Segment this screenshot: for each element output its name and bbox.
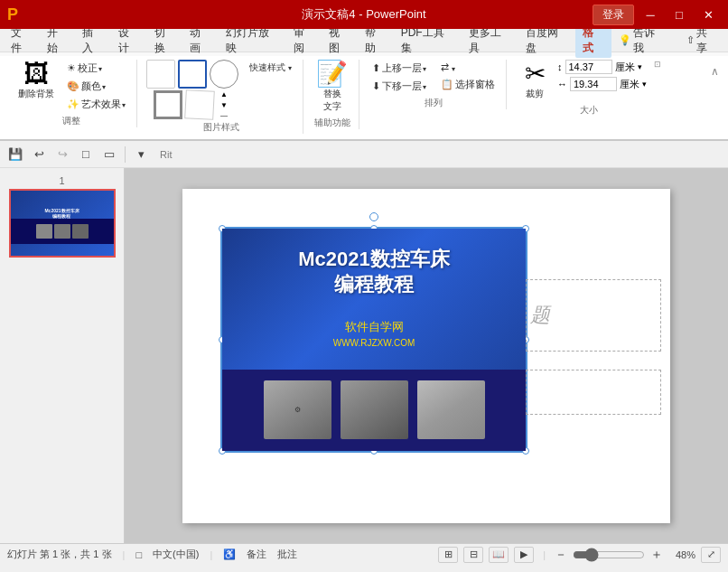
- window-title: 演示文稿4 - PowerPoint: [302, 6, 425, 23]
- width-unit-label: 厘米: [620, 78, 639, 91]
- rotate-handle[interactable]: [369, 212, 378, 221]
- ribbon-group-picture-style: ▲ ▼ — 快速样式▾ 图片样式: [139, 60, 303, 134]
- remove-bg-icon: 🖼: [23, 61, 49, 87]
- redo-button[interactable]: ↪: [52, 145, 72, 164]
- art-effect-label: 艺术效果▾: [81, 98, 126, 111]
- status-left: 幻灯片 第 1 张，共 1 张 | □ 中文(中国) | ♿ 备注 批注: [7, 548, 297, 561]
- style-preset-5[interactable]: [184, 89, 215, 120]
- picture-style-group-label: 图片样式: [203, 121, 239, 134]
- size-expand-group: ⊡: [654, 60, 661, 69]
- status-separator-1: |: [123, 549, 126, 560]
- thumb-bottom: [11, 219, 114, 244]
- title-text-box[interactable]: 题: [526, 279, 661, 352]
- color-icon: 🎨: [67, 80, 79, 92]
- ribbon-group-size: ✂ 裁剪 ↕ 厘米▾ ↔ 厘米▾ ⊡: [509, 60, 668, 117]
- normal-view-button[interactable]: ⊞: [438, 547, 458, 563]
- close-button[interactable]: ✕: [695, 5, 721, 24]
- zoom-slider[interactable]: [573, 549, 645, 560]
- style-preset-4[interactable]: [154, 90, 182, 119]
- slide-sorter-button[interactable]: ⊟: [463, 547, 483, 563]
- align-button[interactable]: ⇄ ▾: [437, 60, 499, 75]
- language: 中文(中国): [153, 548, 199, 561]
- replace-text-button[interactable]: 📝 替换文字: [313, 60, 351, 115]
- adjust-group-label: 调整: [62, 115, 80, 127]
- width-unit-arrow[interactable]: ▾: [642, 80, 647, 89]
- down-layer-button[interactable]: ⬇ 下移一层▾: [369, 78, 430, 95]
- quick-style-button[interactable]: 快速样式▾: [246, 60, 295, 76]
- ribbon-group-adjust-content: 🖼 删除背景 ☀ 校正▾ 🎨 颜色▾ ✨ 艺术效果▾: [13, 60, 129, 113]
- fit-window-button[interactable]: ⤢: [701, 547, 721, 563]
- thumb-machine-1: [36, 224, 52, 239]
- select-pane-icon: 📋: [441, 79, 453, 90]
- slide-info: 幻灯片 第 1 张，共 1 张: [7, 548, 112, 561]
- comments-button[interactable]: 批注: [277, 548, 297, 561]
- width-icon: ↔: [557, 79, 567, 89]
- art-effect-button[interactable]: ✨ 艺术效果▾: [63, 96, 129, 113]
- width-input[interactable]: [570, 77, 617, 91]
- preview-button[interactable]: ▭: [99, 145, 119, 164]
- height-input[interactable]: [565, 60, 612, 74]
- correct-icon: ☀: [67, 62, 76, 74]
- status-right: ⊞ ⊟ 📖 ▶ | － ＋ 48% ⤢: [438, 547, 721, 563]
- menu-bar: 文件 开始 插入 设计 切换 动画 幻灯片放映 审阅 视图 帮助 PDF工具集 …: [0, 29, 728, 52]
- image-title: Mc2021数控车床编程教程: [222, 229, 526, 303]
- align-icon: ⇄: [441, 61, 449, 73]
- subtitle-text-box[interactable]: [526, 370, 661, 415]
- crop-button[interactable]: ✂ 裁剪: [516, 60, 554, 102]
- notes-button[interactable]: 备注: [247, 548, 266, 561]
- slide-number-1: 1: [4, 175, 120, 186]
- slide-canvas[interactable]: Mc2021数控车床编程教程 软件自学网WWW.RJZXW.COM ⚙ 题: [182, 189, 670, 523]
- color-label: 颜色▾: [81, 80, 106, 93]
- login-button[interactable]: 登录: [593, 5, 634, 25]
- style-preset-2[interactable]: [178, 60, 207, 89]
- arrange-content: ⬆ 上移一层▾ ⬇ 下移一层▾ ⇄ ▾: [369, 60, 499, 95]
- align-label: ▾: [451, 62, 455, 73]
- select-pane-button[interactable]: 📋 选择窗格: [437, 76, 499, 93]
- slideshow-button[interactable]: ▶: [514, 547, 534, 563]
- ribbon-content: 🖼 删除背景 ☀ 校正▾ 🎨 颜色▾ ✨ 艺术效果▾: [0, 56, 728, 139]
- selected-image[interactable]: Mc2021数控车床编程教程 软件自学网WWW.RJZXW.COM ⚙: [220, 227, 527, 453]
- correct-button[interactable]: ☀ 校正▾: [63, 60, 129, 77]
- collapse-ribbon-button[interactable]: ∧: [707, 63, 723, 80]
- size-expand-icon[interactable]: ⊡: [654, 60, 661, 69]
- height-unit-arrow[interactable]: ▾: [638, 62, 642, 71]
- height-unit-label: 厘米: [615, 61, 635, 74]
- arrange-group-label: 排列: [425, 97, 443, 109]
- art-effect-icon: ✨: [67, 98, 79, 110]
- zoom-out-button[interactable]: －: [555, 547, 567, 563]
- style-presets: ▲ ▼ —: [146, 60, 238, 119]
- qat-more-button[interactable]: ▾: [131, 145, 151, 164]
- color-button[interactable]: 🎨 颜色▾: [63, 78, 129, 95]
- style-presets-row1: [146, 60, 238, 89]
- style-preset-3[interactable]: [210, 60, 238, 89]
- style-preset-1[interactable]: [146, 60, 175, 89]
- up-layer-icon: ⬆: [372, 62, 380, 74]
- ribbon-group-assist: 📝 替换文字 辅助功能: [305, 60, 359, 129]
- ribbon-collapse: ∧: [707, 60, 723, 80]
- image-bottom: ⚙: [222, 370, 526, 451]
- crop-label: 裁剪: [526, 88, 544, 100]
- thumb-title-text: Mc2021数控车床编程教程: [41, 202, 82, 219]
- slide-thumbnail-1[interactable]: Mc2021数控车床编程教程: [9, 189, 116, 258]
- minimize-button[interactable]: ─: [638, 5, 663, 24]
- zoom-level[interactable]: 48%: [668, 549, 695, 560]
- quick-style-label: 快速样式: [249, 61, 285, 74]
- remove-bg-button[interactable]: 🖼 删除背景: [13, 60, 60, 102]
- up-layer-button[interactable]: ⬆ 上移一层▾: [369, 60, 430, 77]
- undo-button[interactable]: ↩: [29, 145, 49, 164]
- arrange-align-col: ⇄ ▾ 📋 选择窗格: [437, 60, 499, 95]
- style-more-btn[interactable]: ▲ ▼ —: [217, 90, 231, 119]
- reading-view-button[interactable]: 📖: [489, 547, 509, 563]
- zoom-in-button[interactable]: ＋: [650, 547, 663, 563]
- restore-button[interactable]: □: [667, 5, 692, 24]
- height-icon: ↕: [557, 61, 563, 72]
- view-separator: |: [543, 549, 546, 560]
- title-bar-controls: 登录 ─ □ ✕: [593, 5, 721, 25]
- size-inputs-group: ↕ 厘米▾ ↔ 厘米▾: [557, 60, 647, 91]
- present-button[interactable]: □: [76, 145, 96, 164]
- crop-icon: ✂: [525, 61, 546, 87]
- save-qat-button[interactable]: 💾: [5, 145, 25, 164]
- size-group-label: 大小: [580, 104, 598, 117]
- title-placeholder-text: 题: [530, 302, 550, 329]
- title-bar: P 演示文稿4 - PowerPoint 登录 ─ □ ✕: [0, 0, 728, 29]
